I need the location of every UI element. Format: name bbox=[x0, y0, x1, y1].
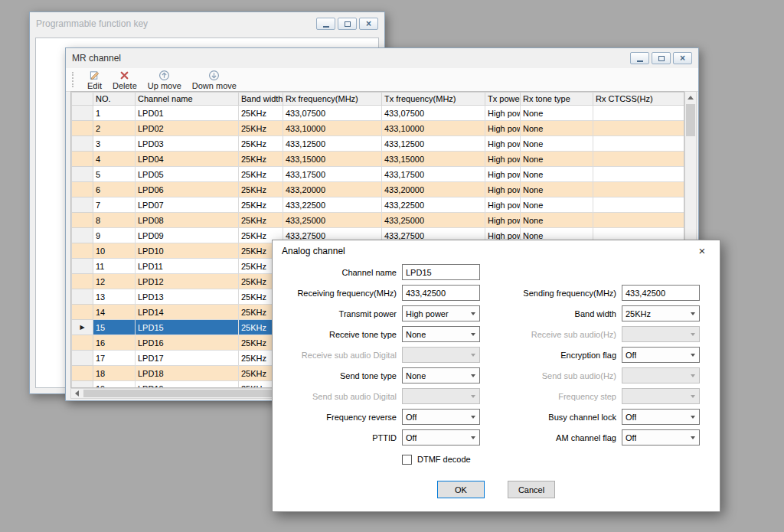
cell-no[interactable]: 13 bbox=[93, 289, 136, 305]
cell-bw[interactable]: 25KHz bbox=[239, 182, 283, 197]
row-selector-cell[interactable] bbox=[72, 335, 93, 351]
mr-titlebar[interactable]: MR channel × bbox=[66, 48, 698, 68]
cell-no[interactable]: 14 bbox=[93, 305, 136, 320]
cell-power[interactable]: High power bbox=[485, 182, 521, 197]
cell-tone[interactable]: None bbox=[521, 136, 593, 152]
cell-no[interactable]: 6 bbox=[93, 182, 136, 197]
cell-no[interactable]: 7 bbox=[93, 197, 136, 213]
cell-bw[interactable]: 25KHz bbox=[239, 136, 283, 152]
row-selector-cell[interactable] bbox=[72, 381, 93, 389]
row-selector-cell[interactable] bbox=[72, 366, 93, 381]
edit-button[interactable]: Edit bbox=[82, 68, 107, 91]
cell-tx[interactable]: 433,22500 bbox=[382, 197, 485, 213]
cell-tone[interactable]: None bbox=[521, 182, 593, 197]
cell-tx[interactable]: 433,15000 bbox=[382, 152, 485, 167]
cell-name[interactable]: LPD16 bbox=[136, 335, 239, 351]
cell-name[interactable]: LPD04 bbox=[136, 152, 239, 167]
cell-tone[interactable]: None bbox=[521, 152, 593, 167]
row-selector-cell[interactable] bbox=[72, 167, 93, 182]
row-selector-cell[interactable] bbox=[72, 259, 93, 274]
pfk-titlebar[interactable]: Programmable function key × bbox=[30, 12, 384, 35]
row-selector-cell[interactable] bbox=[72, 182, 93, 197]
column-header-tx-frequency[interactable]: Tx frequency(MHz) bbox=[382, 93, 485, 106]
cell-no[interactable]: 3 bbox=[93, 136, 136, 152]
row-selector-cell[interactable] bbox=[72, 274, 93, 289]
table-row[interactable]: 5LPD0525KHz433,17500433,17500High powerN… bbox=[72, 167, 685, 182]
cell-rx[interactable]: 433,22500 bbox=[283, 197, 382, 213]
cancel-button[interactable]: Cancel bbox=[508, 481, 555, 498]
cell-ctcss[interactable] bbox=[593, 167, 685, 182]
cell-rx[interactable]: 433,12500 bbox=[283, 136, 382, 152]
band-width-select[interactable]: 25KHz bbox=[622, 305, 700, 321]
cell-tone[interactable]: None bbox=[521, 106, 593, 121]
cell-no[interactable]: 11 bbox=[93, 259, 136, 274]
cell-bw[interactable]: 25KHz bbox=[239, 167, 283, 182]
cell-tx[interactable]: 433,10000 bbox=[382, 121, 485, 136]
row-selector-cell[interactable] bbox=[72, 228, 93, 243]
close-button[interactable]: × bbox=[673, 52, 692, 64]
cell-ctcss[interactable] bbox=[593, 106, 685, 121]
cell-rx[interactable]: 433,10000 bbox=[283, 121, 382, 136]
cell-power[interactable]: High power bbox=[485, 121, 521, 136]
cell-no[interactable]: 5 bbox=[93, 167, 136, 182]
minimize-button[interactable] bbox=[316, 18, 335, 30]
cell-power[interactable]: High power bbox=[485, 167, 521, 182]
cell-tx[interactable]: 433,25000 bbox=[382, 213, 485, 228]
up-move-button[interactable]: Up move bbox=[142, 68, 187, 91]
toolbar-grip[interactable] bbox=[72, 72, 76, 87]
cell-ctcss[interactable] bbox=[593, 197, 685, 213]
am-channel-flag-select[interactable]: Off bbox=[622, 429, 700, 446]
row-selector-cell[interactable] bbox=[72, 121, 93, 136]
cell-bw[interactable]: 25KHz bbox=[239, 106, 283, 121]
cell-rx[interactable]: 433,25000 bbox=[283, 213, 382, 228]
column-header-rx-ctcss[interactable]: Rx CTCSS(Hz) bbox=[593, 93, 685, 106]
cell-tone[interactable]: None bbox=[521, 121, 593, 136]
vertical-scroll-thumb[interactable] bbox=[686, 104, 695, 136]
cell-no[interactable]: 15 bbox=[93, 320, 136, 335]
table-row[interactable]: 4LPD0425KHz433,15000433,15000High powerN… bbox=[72, 152, 685, 167]
cell-no[interactable]: 18 bbox=[93, 366, 136, 381]
cell-rx[interactable]: 433,17500 bbox=[283, 167, 382, 182]
row-selector-cell[interactable] bbox=[72, 197, 93, 213]
table-row[interactable]: 2LPD0225KHz433,10000433,10000High powerN… bbox=[72, 121, 685, 136]
transmit-power-select[interactable]: High power bbox=[402, 305, 480, 321]
column-header-band-width[interactable]: Band width bbox=[239, 93, 283, 106]
cell-rx[interactable]: 433,15000 bbox=[283, 152, 382, 167]
table-row[interactable]: 3LPD0325KHz433,12500433,12500High powerN… bbox=[72, 136, 685, 152]
row-selector-cell[interactable] bbox=[72, 213, 93, 228]
cell-rx[interactable]: 433,20000 bbox=[283, 182, 382, 197]
cell-name[interactable]: LPD17 bbox=[136, 351, 239, 366]
cell-no[interactable]: 16 bbox=[93, 335, 136, 351]
close-button[interactable]: × bbox=[359, 18, 378, 30]
cell-name[interactable]: LPD07 bbox=[136, 197, 239, 213]
column-header-rx-frequency[interactable]: Rx frequency(MHz) bbox=[283, 93, 382, 106]
send-tone-type-select[interactable]: None bbox=[402, 367, 480, 383]
row-selector-cell[interactable] bbox=[72, 152, 93, 167]
receiving-frequency-input[interactable] bbox=[402, 285, 480, 301]
ok-button[interactable]: OK bbox=[437, 481, 485, 498]
row-selector-cell[interactable] bbox=[72, 106, 93, 121]
cell-no[interactable]: 8 bbox=[93, 213, 136, 228]
cell-name[interactable]: LPD08 bbox=[136, 213, 239, 228]
cell-no[interactable]: 4 bbox=[93, 152, 136, 167]
column-header-rx-tone-type[interactable]: Rx tone type bbox=[521, 93, 593, 106]
maximize-button[interactable] bbox=[338, 18, 357, 30]
busy-channel-lock-select[interactable]: Off bbox=[622, 409, 700, 425]
cell-name[interactable]: LPD13 bbox=[136, 289, 239, 305]
cell-ctcss[interactable] bbox=[593, 182, 685, 197]
cell-name[interactable]: LPD06 bbox=[136, 182, 239, 197]
channel-name-input[interactable] bbox=[402, 264, 480, 280]
dtmf-decode-checkbox[interactable] bbox=[402, 455, 412, 465]
cell-ctcss[interactable] bbox=[593, 121, 685, 136]
cell-ctcss[interactable] bbox=[593, 136, 685, 152]
cell-rx[interactable]: 433,07500 bbox=[283, 106, 382, 121]
cell-bw[interactable]: 25KHz bbox=[239, 197, 283, 213]
frequency-reverse-select[interactable]: Off bbox=[402, 409, 480, 425]
cell-name[interactable]: LPD12 bbox=[136, 274, 239, 289]
cell-no[interactable]: 19 bbox=[93, 381, 136, 389]
close-button[interactable]: × bbox=[694, 240, 710, 261]
pttid-select[interactable]: Off bbox=[402, 429, 480, 446]
cell-name[interactable]: LPD01 bbox=[136, 106, 239, 121]
cell-no[interactable]: 17 bbox=[93, 351, 136, 366]
cell-name[interactable]: LPD02 bbox=[136, 121, 239, 136]
